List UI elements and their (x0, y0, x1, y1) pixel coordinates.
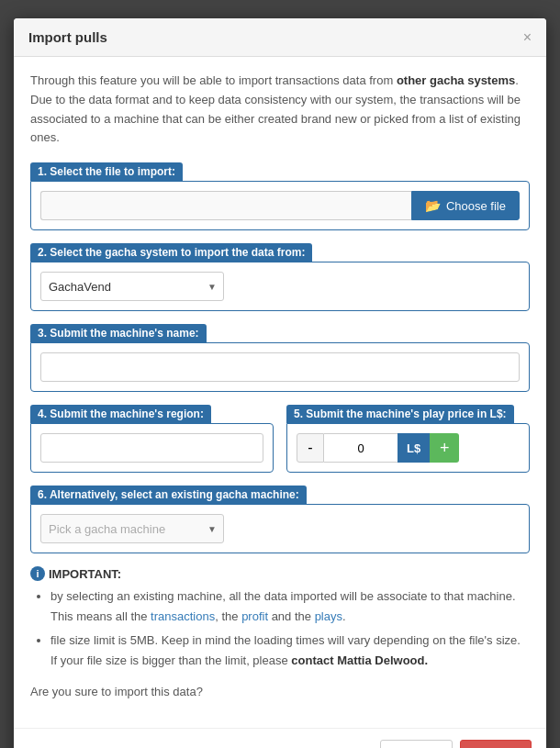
confirm-text: Are you sure to import this data? (30, 685, 530, 698)
gacha-system-select[interactable]: GachaVend Other (40, 272, 224, 301)
price-plus-button[interactable]: + (430, 433, 459, 463)
section2-label: 2. Select the gacha system to import the… (30, 243, 312, 262)
important-item-2: file size limit is 5MB. Keep in mind the… (50, 631, 530, 671)
section4-col: 4. Submit the machine's region: (30, 405, 274, 486)
important-label: IMPORTANT: (49, 567, 121, 581)
modal-title: Import pulls (28, 29, 107, 45)
file-input-display[interactable] (40, 191, 411, 220)
choose-file-button[interactable]: 📂 Choose file (411, 191, 520, 220)
price-row: - L$ + (297, 433, 520, 463)
section45-row: 4. Submit the machine's region: 5. Submi… (30, 405, 530, 486)
choose-file-label: Choose file (446, 199, 506, 213)
intro-bold: other gacha systems (397, 73, 515, 87)
cancel-button[interactable]: Cancel (380, 740, 452, 748)
section5-label: 5. Submit the machine's play price in L$… (286, 405, 514, 423)
important-item-2-text: file size limit is 5MB. Keep in mind the… (50, 633, 521, 667)
important-item-1: by selecting an existing machine, all th… (50, 586, 530, 627)
intro-before: Through this feature you will be able to… (30, 73, 397, 87)
import-button[interactable]: Import (460, 740, 532, 748)
transactions-link: transactions (151, 609, 215, 623)
important-item-1-text: by selecting an existing machine, all th… (50, 589, 516, 623)
ls-badge: L$ (398, 433, 430, 463)
section1-label: 1. Select the file to import: (30, 162, 183, 181)
contact-link[interactable]: contact Mattia Delwood. (291, 653, 428, 667)
section3-block (30, 342, 530, 392)
price-minus-button[interactable]: - (297, 433, 324, 463)
close-button[interactable]: × (523, 30, 532, 45)
section6-label: 6. Alternatively, select an existing gac… (30, 486, 307, 504)
plays-link: plays (315, 609, 342, 623)
important-section: i IMPORTANT: by selecting an existing ma… (30, 566, 530, 671)
modal-header: Import pulls × (14, 18, 546, 57)
important-list: by selecting an existing machine, all th… (30, 586, 530, 671)
section1-block: 📂 Choose file (30, 181, 530, 230)
section5-wrapper: 5. Submit the machine's play price in L$… (286, 405, 530, 423)
section5-col: 5. Submit the machine's play price in L$… (286, 405, 530, 486)
machine-name-input[interactable] (40, 352, 520, 382)
folder-icon: 📂 (425, 198, 441, 213)
modal-body: Through this feature you will be able to… (14, 57, 546, 728)
section3-label: 3. Submit the machine's name: (30, 324, 207, 342)
section4-wrapper: 4. Submit the machine's region: (30, 405, 274, 423)
profit-link: profit (241, 609, 268, 623)
info-icon: i (30, 566, 45, 581)
gacha-system-wrapper: GachaVend Other (40, 272, 224, 301)
existing-machine-wrapper: Pick a gacha machine (40, 514, 224, 543)
modal-footer: Cancel Import (14, 728, 546, 748)
section4-label: 4. Submit the machine's region: (30, 405, 211, 423)
section5-block: - L$ + (286, 423, 530, 473)
section3-wrapper: 3. Submit the machine's name: (30, 324, 530, 342)
important-heading: i IMPORTANT: (30, 566, 530, 581)
section2-block: GachaVend Other (30, 262, 530, 311)
section1-wrapper: 1. Select the file to import: (30, 162, 530, 181)
import-modal: Import pulls × Through this feature you … (14, 18, 546, 748)
machine-region-input[interactable] (40, 433, 263, 463)
section2-wrapper: 2. Select the gacha system to import the… (30, 243, 530, 262)
section4-block (30, 423, 274, 473)
file-row: 📂 Choose file (40, 191, 520, 220)
price-input[interactable] (324, 433, 398, 463)
intro-text: Through this feature you will be able to… (30, 72, 530, 148)
section6-wrapper: 6. Alternatively, select an existing gac… (30, 486, 530, 504)
existing-machine-select[interactable]: Pick a gacha machine (40, 514, 224, 543)
section6-block: Pick a gacha machine (30, 504, 530, 553)
